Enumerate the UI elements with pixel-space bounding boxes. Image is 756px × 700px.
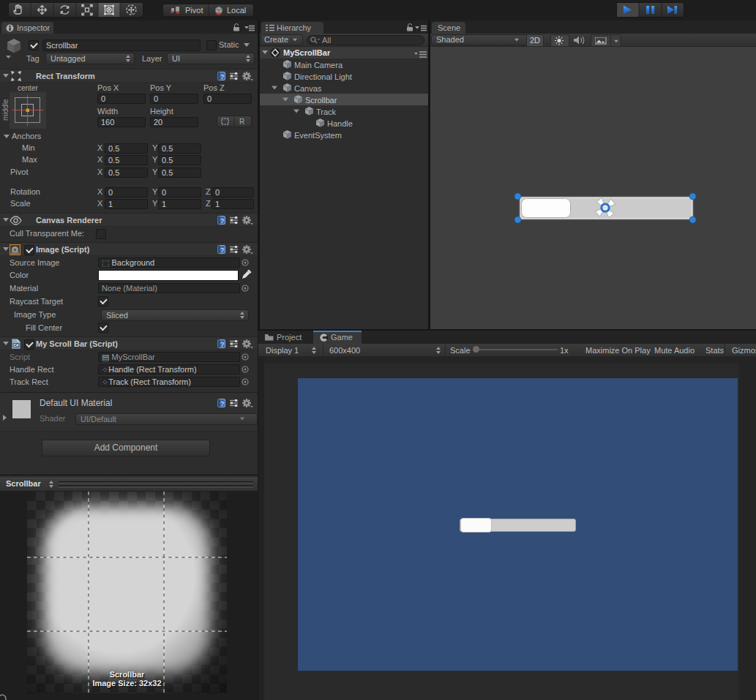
svg-text:R: R: [239, 118, 244, 126]
svg-text:Track: Track: [316, 108, 337, 116]
svg-text:Local: Local: [227, 6, 246, 15]
svg-text:EventSystem: EventSystem: [294, 131, 342, 140]
svg-text:Pivot: Pivot: [185, 6, 203, 15]
svg-text:middle: middle: [1, 99, 10, 121]
svg-text:Handle: Handle: [327, 119, 353, 128]
svg-text:C#: C#: [13, 343, 18, 347]
svg-text:Directional Light: Directional Light: [294, 72, 352, 81]
svg-text:Scrollbar: Scrollbar: [305, 96, 337, 105]
svg-text:Main Camera: Main Camera: [294, 61, 343, 69]
svg-text:Canvas: Canvas: [294, 84, 322, 93]
